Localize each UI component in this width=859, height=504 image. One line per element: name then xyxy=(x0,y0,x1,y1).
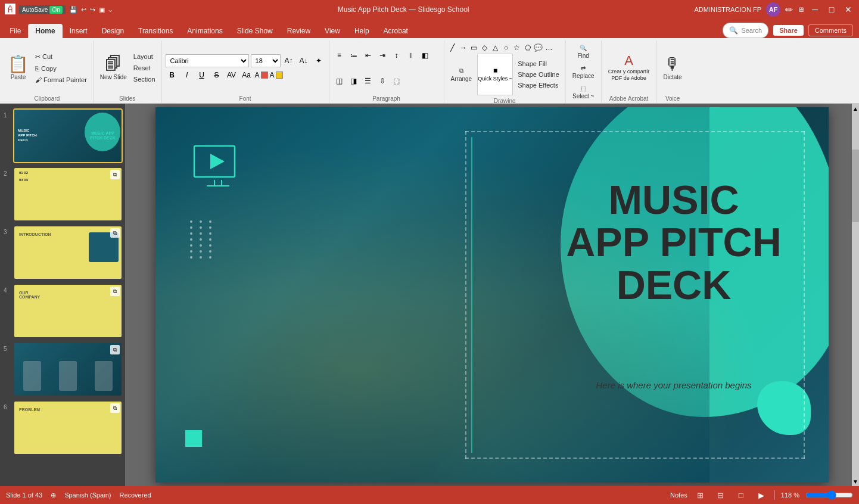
play-frame-icon[interactable] xyxy=(191,143,245,192)
underline-button[interactable]: U xyxy=(195,69,208,82)
slide-thumb-4[interactable]: 4 OURCOMPANY ⧉ xyxy=(2,284,123,338)
replace-button[interactable]: ⇄ Replace xyxy=(569,63,597,81)
tab-design[interactable]: Design xyxy=(95,24,131,38)
scroll-thumb[interactable] xyxy=(852,150,859,222)
spacing-button[interactable]: AV xyxy=(225,69,238,82)
slide-thumb-2[interactable]: 2 01 0203 04 ⧉ xyxy=(2,167,123,222)
indent-decrease-button[interactable]: ⇤ xyxy=(362,49,375,62)
display-icon[interactable]: 🖥 xyxy=(798,6,804,13)
normal-view-button[interactable]: ⊞ xyxy=(693,489,708,501)
slide-canvas[interactable]: MUSIC APP PITCH DECK Here is where your … xyxy=(155,107,829,483)
share-button[interactable]: Share xyxy=(773,25,804,36)
italic-button[interactable]: I xyxy=(180,69,194,82)
customize-icon[interactable]: ⌵ xyxy=(108,6,113,14)
bold-button[interactable]: B xyxy=(166,69,179,82)
tab-file[interactable]: File xyxy=(2,24,28,38)
shape-circle[interactable]: ○ xyxy=(502,43,511,52)
notes-button[interactable]: Notes xyxy=(670,491,687,499)
tab-view[interactable]: View xyxy=(318,24,347,38)
slide-sorter-button[interactable]: ⊟ xyxy=(714,489,728,501)
text-direction-button[interactable]: ⇩ xyxy=(376,74,389,88)
user-avatar[interactable]: AF xyxy=(766,2,780,17)
maximize-button[interactable]: □ xyxy=(826,4,838,15)
slideshow-button[interactable]: ▶ xyxy=(754,489,768,501)
slide-thumb-5[interactable]: 5 ⧉ xyxy=(2,342,123,397)
shape-fill-button[interactable]: Shape Fill xyxy=(515,59,562,69)
quick-styles-button[interactable]: ◼ Quick Styles ~ xyxy=(477,54,513,95)
tab-transitions[interactable]: Transitions xyxy=(131,24,180,38)
tab-acrobat[interactable]: Acrobat xyxy=(376,24,415,38)
slide-thumb-3[interactable]: 3 INTRODUCTION ⧉ xyxy=(2,225,123,280)
decrease-font-button[interactable]: A↓ xyxy=(297,54,310,67)
highlight-picker[interactable]: A xyxy=(270,71,283,79)
reset-button[interactable]: Reset xyxy=(131,63,158,73)
align-right-button[interactable]: ◨ xyxy=(347,74,360,88)
shape-star[interactable]: ☆ xyxy=(512,43,522,52)
shape-callout[interactable]: 💬 xyxy=(534,43,543,52)
tab-insert[interactable]: Insert xyxy=(63,24,95,38)
line-spacing-button[interactable]: ↕ xyxy=(390,49,403,62)
layout-button[interactable]: Layout xyxy=(131,52,158,61)
cut-button[interactable]: ✂ Cut xyxy=(33,52,89,62)
tab-review[interactable]: Review xyxy=(280,24,318,38)
shape-outline-button[interactable]: Shape Outline xyxy=(515,70,562,79)
scrollbar-vertical[interactable]: ▲ ▼ xyxy=(852,104,859,486)
case-button[interactable]: Aa xyxy=(240,69,253,82)
tab-animations[interactable]: Animations xyxy=(180,24,229,38)
undo-icon[interactable]: ↩ xyxy=(81,6,86,14)
redo-icon[interactable]: ↪ xyxy=(90,6,95,14)
bullets-button[interactable]: ≡ xyxy=(333,49,346,62)
presentation-mode-icon[interactable]: ▣ xyxy=(99,6,105,14)
shape-arrow[interactable]: → xyxy=(459,43,468,52)
align-left-button[interactable]: ◧ xyxy=(419,49,432,62)
comments-button[interactable]: Comments xyxy=(808,24,853,36)
columns-button[interactable]: ⫴ xyxy=(404,49,418,62)
tab-help[interactable]: Help xyxy=(347,24,376,38)
adobe-create-button[interactable]: A Crear y compartir PDF de Adobe xyxy=(605,52,653,83)
accessibility-icon[interactable]: ⊕ xyxy=(51,491,56,499)
numbering-button[interactable]: ≔ xyxy=(347,49,360,62)
align-center-button[interactable]: ◫ xyxy=(333,74,346,88)
tab-home[interactable]: Home xyxy=(28,24,62,38)
font-face-select[interactable]: Calibri xyxy=(166,54,249,67)
shape-diamond[interactable]: ◇ xyxy=(480,43,490,52)
new-slide-button[interactable]: 🗐 New Slide xyxy=(97,54,130,82)
select-button[interactable]: ⬚ Select ~ xyxy=(569,83,597,101)
reading-view-button[interactable]: □ xyxy=(734,489,748,501)
indent-increase-button[interactable]: ⇥ xyxy=(376,49,389,62)
font-color-picker[interactable]: A xyxy=(255,71,268,79)
shape-pentagon[interactable]: ⬠ xyxy=(523,43,533,52)
slide-title[interactable]: MUSIC APP PITCH DECK xyxy=(549,179,799,306)
pen-icon[interactable]: ✏ xyxy=(785,4,793,15)
autosave-state[interactable]: On xyxy=(49,6,62,14)
save-icon[interactable]: 💾 xyxy=(69,6,77,14)
close-button[interactable]: ✕ xyxy=(842,4,854,15)
dictate-button[interactable]: 🎙 Dictate xyxy=(661,54,685,82)
shape-line[interactable]: ╱ xyxy=(448,43,457,52)
slide-thumb-6[interactable]: 6 PROBLEM ⧉ xyxy=(2,400,123,455)
format-painter-button[interactable]: 🖌 Format Painter xyxy=(33,75,89,85)
scroll-up-button[interactable]: ▲ xyxy=(852,104,859,113)
increase-font-button[interactable]: A↑ xyxy=(282,54,295,67)
tab-slideshow[interactable]: Slide Show xyxy=(230,24,280,38)
zoom-slider[interactable] xyxy=(805,490,853,500)
smart-art-button[interactable]: ⬚ xyxy=(390,74,403,88)
scroll-down-button[interactable]: ▼ xyxy=(852,477,859,486)
justify-button[interactable]: ☰ xyxy=(362,74,375,88)
font-size-select[interactable]: 18 xyxy=(251,54,281,67)
minimize-button[interactable]: ─ xyxy=(809,4,821,15)
shape-rect[interactable]: ▭ xyxy=(469,43,479,52)
slide-subtitle[interactable]: Here is where your presentation begins xyxy=(549,380,799,390)
shape-more[interactable]: … xyxy=(544,43,554,52)
shape-effects-button[interactable]: Shape Effects xyxy=(515,80,562,90)
find-button[interactable]: 🔍 Find xyxy=(572,43,594,61)
search-box[interactable]: 🔍 Search xyxy=(723,23,768,38)
language-label[interactable]: Spanish (Spain) xyxy=(64,491,111,499)
paste-button[interactable]: 📋 Paste xyxy=(5,54,32,82)
arrange-button[interactable]: ⧉ Arrange xyxy=(448,66,475,84)
clear-format-button[interactable]: ✦ xyxy=(312,54,325,67)
shape-triangle[interactable]: △ xyxy=(491,43,500,52)
strikethrough-button[interactable]: S xyxy=(210,69,223,82)
section-button[interactable]: Section xyxy=(131,74,158,84)
copy-button[interactable]: ⎘ Copy xyxy=(33,64,89,73)
